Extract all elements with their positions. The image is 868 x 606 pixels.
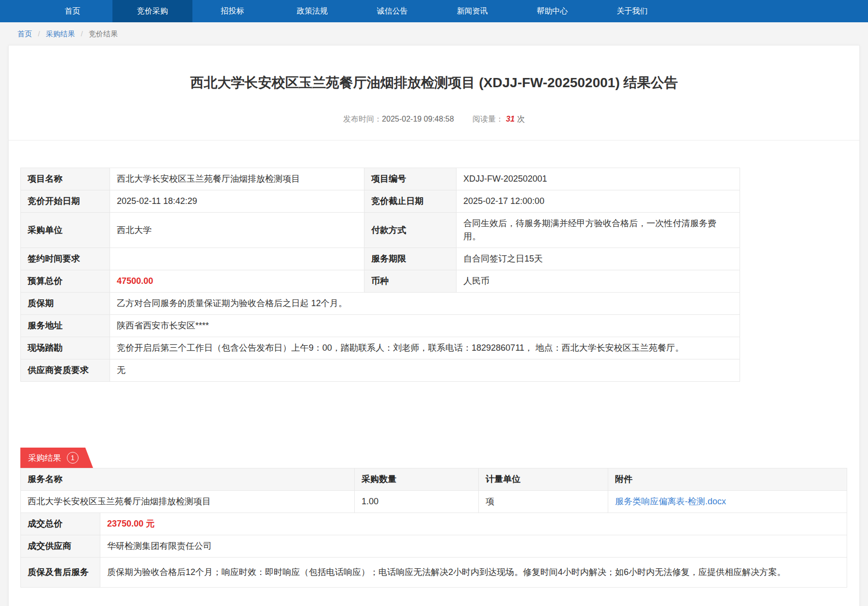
nav-item-integrity-notice[interactable]: 诚信公告: [352, 0, 432, 22]
breadcrumb-separator: /: [38, 30, 40, 38]
breadcrumb: 首页 / 采购结果 / 竞价结果: [0, 22, 868, 45]
value-project-name: 西北大学长安校区玉兰苑餐厅油烟排放检测项目: [110, 168, 364, 190]
value-payment-method: 合同生效后，待服务期满并经甲方验收合格后，一次性付清服务费用。: [457, 213, 740, 248]
label-purchasing-unit: 采购单位: [21, 213, 110, 248]
info-row: 项目名称 西北大学长安校区玉兰苑餐厅油烟排放检测项目 项目编号 XDJJ-FW-…: [21, 168, 740, 190]
label-bid-end-date: 竞价截止日期: [364, 190, 457, 213]
nav-item-help-center[interactable]: 帮助中心: [512, 0, 592, 22]
breadcrumb-separator: /: [81, 30, 83, 38]
info-row: 现场踏勘 竞价开启后第三个工作日（包含公告发布日）上午9：00，踏勘联系人：刘老…: [21, 337, 740, 359]
breadcrumb-current: 竞价结果: [89, 30, 118, 38]
result-quantity: 1.00: [355, 491, 479, 513]
result-unit: 项: [479, 491, 608, 513]
top-nav-bar: 首页 竞价采购 招投标 政策法规 诚信公告 新闻资讯 帮助中心 关于我们: [0, 0, 868, 22]
label-budget-total: 预算总价: [21, 270, 110, 293]
value-currency: 人民币: [457, 270, 740, 293]
publish-time-label: 发布时间：: [343, 115, 382, 123]
label-payment-method: 付款方式: [364, 213, 457, 248]
label-project-number: 项目编号: [364, 168, 457, 190]
deal-warranty-row: 质保及售后服务 质保期为验收合格后12个月；响应时效：即时响应（包括电话响应）；…: [21, 558, 847, 588]
info-row: 供应商资质要求 无: [21, 359, 740, 382]
label-site-survey: 现场踏勘: [21, 337, 110, 359]
value-purchasing-unit: 西北大学: [110, 213, 364, 248]
label-warranty-aftersale: 质保及售后服务: [21, 558, 100, 588]
value-site-survey: 竞价开启后第三个工作日（包含公告发布日）上午9：00，踏勘联系人：刘老师，联系电…: [110, 337, 740, 359]
label-supplier-qualification: 供应商资质要求: [21, 359, 110, 382]
value-warranty-period: 乙方对合同服务的质量保证期为验收合格后之日起 12个月。: [110, 293, 740, 315]
info-row: 预算总价 47500.00 币种 人民币: [21, 270, 740, 293]
nav-item-about-us[interactable]: 关于我们: [592, 0, 672, 22]
label-project-name: 项目名称: [21, 168, 110, 190]
value-deal-supplier: 华研检测集团有限责任公司: [100, 535, 847, 558]
project-info-table: 项目名称 西北大学长安校区玉兰苑餐厅油烟排放检测项目 项目编号 XDJJ-FW-…: [20, 168, 740, 382]
views-unit: 次: [517, 115, 525, 123]
info-row: 竞价开始日期 2025-02-11 18:42:29 竞价截止日期 2025-0…: [21, 190, 740, 213]
value-bid-end-date: 2025-02-17 12:00:00: [457, 190, 740, 213]
info-row: 采购单位 西北大学 付款方式 合同生效后，待服务期满并经甲方验收合格后，一次性付…: [21, 213, 740, 248]
result-header-row: 服务名称 采购数量 计量单位 附件: [21, 468, 847, 491]
info-row: 签约时间要求 服务期限 自合同签订之日15天: [21, 248, 740, 270]
result-data-row: 西北大学长安校区玉兰苑餐厅油烟排放检测项目 1.00 项 服务类响应偏离表-检测…: [21, 491, 847, 513]
value-deal-total-price: 23750.00 元: [100, 513, 847, 535]
label-warranty-period: 质保期: [21, 293, 110, 315]
value-bid-start-date: 2025-02-11 18:42:29: [110, 190, 364, 213]
value-project-number: XDJJ-FW-202502001: [457, 168, 740, 190]
publish-time-value: 2025-02-19 09:48:58: [382, 115, 454, 123]
page-title: 西北大学长安校区玉兰苑餐厅油烟排放检测项目 (XDJJ-FW-202502001…: [9, 46, 859, 92]
breadcrumb-link-procurement-results[interactable]: 采购结果: [46, 30, 75, 38]
nav-item-tender[interactable]: 招投标: [192, 0, 272, 22]
views-count: 31: [506, 115, 515, 123]
value-service-period: 自合同签订之日15天: [457, 248, 740, 270]
info-row: 质保期 乙方对合同服务的质量保证期为验收合格后之日起 12个月。: [21, 293, 740, 315]
nav-item-home[interactable]: 首页: [32, 0, 112, 22]
attachment-link[interactable]: 服务类响应偏离表-检测.docx: [615, 497, 726, 506]
views-label: 阅读量：: [473, 115, 504, 123]
header-attachment: 附件: [608, 468, 847, 491]
nav-item-bidding-procurement[interactable]: 竞价采购: [112, 0, 192, 22]
header-service-name: 服务名称: [21, 468, 355, 491]
ribbon-label: 采购结果: [28, 452, 61, 464]
deal-supplier-row: 成交供应商 华研检测集团有限责任公司: [21, 535, 847, 558]
deal-total-row: 成交总价 23750.00 元: [21, 513, 847, 535]
info-row: 服务地址 陕西省西安市长安区****: [21, 315, 740, 337]
label-deal-total-price: 成交总价: [21, 513, 100, 535]
deal-details-table: 成交总价 23750.00 元 成交供应商 华研检测集团有限责任公司 质保及售后…: [20, 513, 847, 588]
announcement-card: 西北大学长安校区玉兰苑餐厅油烟排放检测项目 (XDJJ-FW-202502001…: [8, 45, 860, 606]
procurement-result-ribbon: 采购结果 1: [20, 448, 93, 468]
nav-item-news[interactable]: 新闻资讯: [432, 0, 512, 22]
label-service-period: 服务期限: [364, 248, 457, 270]
value-signing-time-requirement: [110, 248, 364, 270]
label-bid-start-date: 竞价开始日期: [21, 190, 110, 213]
result-table: 服务名称 采购数量 计量单位 附件 西北大学长安校区玉兰苑餐厅油烟排放检测项目 …: [20, 468, 847, 513]
label-service-address: 服务地址: [21, 315, 110, 337]
value-warranty-aftersale: 质保期为验收合格后12个月；响应时效：即时响应（包括电话响应）；电话响应无法解决…: [100, 558, 847, 588]
header-quantity: 采购数量: [355, 468, 479, 491]
value-budget-total: 47500.00: [110, 270, 364, 293]
breadcrumb-link-home[interactable]: 首页: [17, 30, 32, 38]
value-supplier-qualification: 无: [110, 359, 740, 382]
value-service-address: 陕西省西安市长安区****: [110, 315, 740, 337]
label-currency: 币种: [364, 270, 457, 293]
header-unit: 计量单位: [479, 468, 608, 491]
ribbon-number-badge: 1: [67, 452, 79, 464]
publish-meta: 发布时间：2025-02-19 09:48:58 阅读量：31次: [9, 114, 859, 140]
label-signing-time-requirement: 签约时间要求: [21, 248, 110, 270]
result-service-name: 西北大学长安校区玉兰苑餐厅油烟排放检测项目: [21, 491, 355, 513]
label-deal-supplier: 成交供应商: [21, 535, 100, 558]
nav-item-policy[interactable]: 政策法规: [272, 0, 352, 22]
